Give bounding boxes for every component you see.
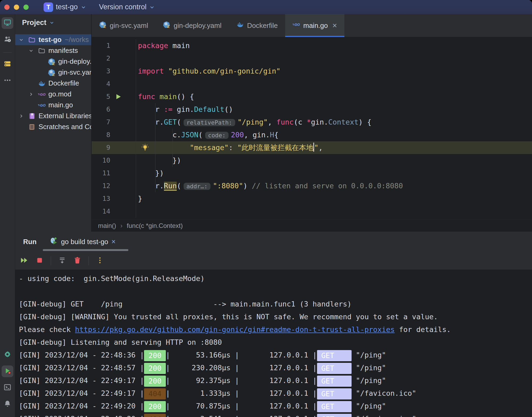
window-controls [4, 5, 29, 10]
stop-button[interactable] [36, 256, 44, 265]
token: "此时流量被拦截在本地 [237, 143, 313, 152]
chevron-down-icon[interactable] [18, 37, 25, 42]
token: := [164, 105, 173, 113]
chevron-right-icon[interactable] [18, 113, 25, 119]
log-path: "/ping" [352, 402, 386, 410]
token: 200 [231, 131, 244, 139]
log-timestamp: [GIN] 2023/12/04 - 22:48:36 | [19, 351, 144, 359]
code-line-11[interactable]: 11 }) [92, 167, 532, 180]
editor-tab-label: Dockerfile [247, 22, 278, 30]
editor-tab-gin-svc-yaml[interactable]: YAMLgin-svc.yaml [92, 14, 155, 37]
code-line-1[interactable]: 1package main [92, 39, 532, 52]
editor-tab-gin-deploy-yaml[interactable]: YAMLgin-deploy.yaml [155, 14, 229, 37]
run-tool-button[interactable] [2, 365, 13, 377]
token: c. [138, 131, 181, 139]
close-icon[interactable]: × [111, 238, 116, 246]
gutter [110, 205, 136, 218]
rerun-button[interactable] [20, 256, 28, 266]
editor-area: YAMLgin-svc.yamlYAMLgin-deploy.yamlDocke… [92, 14, 532, 232]
terminal-icon [3, 383, 11, 392]
line-number: 5 [92, 90, 110, 103]
tree-item-main-go[interactable]: GOmain.go [15, 100, 91, 110]
code-line-12[interactable]: 12 r.Run(addr…:":8080") // listen and se… [92, 180, 532, 192]
more-options-button[interactable] [96, 256, 104, 265]
tree-item-scratches-and-consoles[interactable]: Scratches and Consoles [15, 121, 91, 132]
clear-console-button[interactable] [73, 256, 81, 265]
project-panel-header[interactable]: Project [15, 14, 91, 31]
token: r. [138, 118, 164, 126]
go-blue-icon: GO [38, 101, 46, 109]
stacked-rows-icon [3, 60, 11, 69]
zoom-window-button[interactable] [23, 5, 29, 10]
code-line-3[interactable]: 3import "github.com/gin-gonic/gin" [92, 65, 532, 78]
editor-tab-dockerfile[interactable]: Dockerfile [229, 14, 285, 37]
tree-item-label: main.go [48, 101, 73, 109]
vcs-widget[interactable]: Version control [99, 3, 155, 11]
run-console[interactable]: - using code: gin.SetMode(gin.ReleaseMod… [15, 270, 532, 417]
line-number: 1 [92, 39, 110, 52]
tree-item-go-mod[interactable]: GOgo.mod [15, 89, 91, 100]
chevron-down-icon [149, 4, 155, 10]
token: ) [243, 182, 252, 190]
log-path: "/favicon.ico" [352, 415, 416, 417]
run-gutter-icon[interactable] [110, 90, 136, 103]
project-tool-button[interactable] [2, 17, 13, 29]
token [164, 67, 168, 75]
line-number: 14 [92, 205, 110, 218]
log-path: "/ping" [352, 364, 386, 372]
token: } [138, 194, 142, 203]
run-tab[interactable]: go build test-go × [49, 237, 116, 247]
settings-button[interactable] [2, 349, 13, 361]
chevron-down-icon[interactable] [28, 48, 35, 53]
console-line: Please check https://pkg.go.dev/github.c… [19, 323, 532, 336]
token: gin. [311, 118, 328, 126]
tree-item-dockerfile[interactable]: Dockerfile [15, 78, 91, 89]
code-line-8[interactable]: 8 c.JSON(code:200, gin.H{ [92, 129, 532, 141]
code-line-13[interactable]: 13} [92, 192, 532, 205]
inlay-hint: addr…: [184, 183, 210, 190]
close-icon[interactable]: × [332, 22, 337, 29]
code-line-7[interactable]: 7 r.GET(relativePath:"/ping", func(c *gi… [92, 116, 532, 129]
bell-icon [3, 400, 11, 409]
code-line-5[interactable]: 5func main() { [92, 90, 532, 103]
tree-item-test-go[interactable]: test-go~/works [15, 34, 91, 45]
divider [88, 256, 89, 265]
code-line-10[interactable]: 10 }) [92, 154, 532, 167]
code-text: }) [136, 167, 532, 180]
gutter [110, 65, 136, 78]
code-line-9[interactable]: 9 "message": "此时流量被拦截在本地", [92, 141, 532, 154]
chevron-right-icon[interactable] [28, 92, 35, 97]
tree-item-gin-deploy-yaml[interactable]: YAMLgin-deploy.yaml [15, 56, 91, 67]
code-text [136, 78, 532, 90]
code-line-4[interactable]: 4 [92, 78, 532, 90]
token: gin. [172, 105, 194, 113]
console-text: [GIN-debug] [WARNING] You trusted all pr… [19, 313, 438, 321]
svg-text:ML: ML [167, 26, 170, 28]
line-number: 8 [92, 129, 110, 141]
left-toolbar: ? [0, 14, 15, 417]
minimize-window-button[interactable] [14, 5, 19, 10]
editor-tab-main-go[interactable]: GOmain.go× [285, 14, 344, 37]
gin-log-row: [GIN] 2023/12/04 - 22:49:17 | 200 | 92.3… [19, 374, 532, 387]
breadcrumb-item[interactable]: main() [98, 222, 116, 229]
close-window-button[interactable] [4, 5, 10, 10]
tree-item-gin-svc-yaml[interactable]: YAMLgin-svc.yaml [15, 67, 91, 78]
code-line-6[interactable]: 6 r := gin.Default() [92, 103, 532, 116]
project-widget[interactable]: T test-go [44, 2, 86, 12]
code-editor[interactable]: 1package main23import "github.com/gin-go… [92, 37, 532, 220]
more-tools-button[interactable] [2, 75, 13, 87]
tree-item-manifests[interactable]: manifests [15, 45, 91, 56]
k8s-icon: YAML [163, 21, 170, 30]
code-line-14[interactable]: 14 [92, 205, 532, 218]
terminal-button[interactable] [2, 382, 13, 394]
help-users-button[interactable]: ? [2, 34, 13, 45]
log-details: | 3.541µs | 127.0.0.1 | [166, 415, 317, 417]
commit-tool-button[interactable] [2, 58, 13, 70]
tree-item-external-libraries[interactable]: External Libraries [15, 110, 91, 121]
breadcrumb-item[interactable]: func(c *gin.Context) [127, 222, 183, 229]
scroll-to-end-button[interactable] [58, 256, 66, 265]
notifications-button[interactable] [2, 398, 13, 410]
console-link[interactable]: https://pkg.go.dev/github.com/gin-gonic/… [75, 325, 395, 334]
token: }) [138, 156, 181, 164]
code-line-2[interactable]: 2 [92, 52, 532, 65]
